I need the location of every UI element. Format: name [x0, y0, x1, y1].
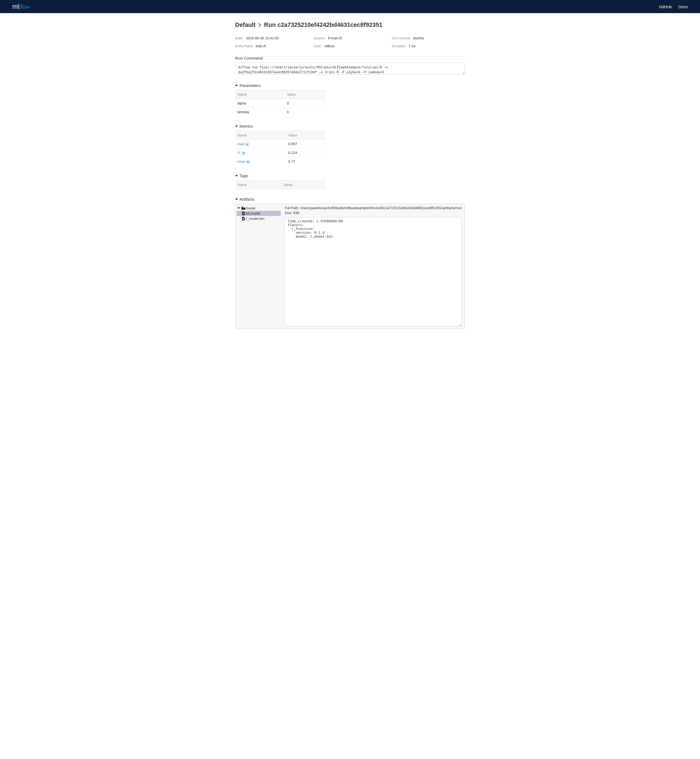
metric-link-rmse[interactable]: rmse — [238, 159, 250, 164]
metric-name: r2 — [238, 151, 241, 155]
breadcrumb: Default Run c2a7325210ef4242bd4631cec8f9… — [235, 21, 465, 28]
meta-user: User: mlflow — [314, 44, 387, 48]
param-value: 0 — [284, 99, 325, 108]
artifact-tree: model MLmodel r_model.bin — [236, 204, 282, 329]
meta-label: Git Commit: — [392, 36, 411, 40]
meta-value: 93B — [293, 211, 299, 215]
param-value: 0 — [284, 108, 325, 117]
artifact-main: Full Path: /Users/javierluraschi/RStudio… — [282, 204, 464, 329]
run-command-title: Run Command — [235, 56, 465, 61]
meta-value: /Users/javierluraschi/RStudio/mlflow/exa… — [300, 206, 462, 210]
chevron-right-icon — [258, 23, 261, 27]
meta-git-commit: Git Commit: da3f0a — [392, 36, 465, 40]
table-row: alpha 0 — [235, 99, 325, 108]
tree-file-mlmodel[interactable]: MLmodel — [236, 211, 281, 216]
meta-value: train.R — [256, 44, 266, 48]
meta-date: Date: 2018-08-30 15:41:50 — [235, 36, 308, 40]
meta-label: Source: — [314, 36, 326, 40]
main-container: Default Run c2a7325210ef4242bd4631cec8f9… — [235, 13, 465, 340]
table-row: mae 0.597 — [235, 140, 325, 148]
meta-label: Full Path: — [284, 206, 299, 210]
tree-folder-model[interactable]: model — [236, 206, 281, 211]
metric-link-mae[interactable]: mae — [238, 142, 249, 146]
file-icon — [241, 212, 245, 216]
breadcrumb-root[interactable]: Default — [235, 21, 256, 28]
file-icon — [241, 217, 245, 221]
metric-value: 0.77 — [286, 157, 325, 166]
tree-file-label: MLmodel — [246, 211, 260, 216]
meta-value: da3f0a — [413, 36, 424, 40]
metric-link-r2[interactable]: r2 — [238, 151, 245, 155]
meta-entry-point: Entry Point: train.R — [235, 44, 308, 48]
chart-icon — [247, 160, 250, 163]
artifacts-panel: model MLmodel r_model.bin Full Path: /Us… — [235, 204, 465, 329]
caret-down-icon — [235, 198, 238, 200]
chart-icon — [242, 151, 245, 155]
folder-icon — [241, 206, 245, 210]
metric-name: mae — [238, 142, 244, 146]
metric-name: rmse — [238, 159, 245, 164]
caret-down-icon — [235, 175, 238, 176]
metric-value: 0.597 — [286, 140, 325, 148]
caret-down-icon — [235, 85, 238, 86]
app-header: mlflow GitHub Docs — [0, 0, 700, 13]
col-name: Name — [235, 131, 286, 140]
artifact-size: Size: 93B — [284, 211, 462, 215]
meta-label: User: — [314, 44, 322, 48]
metrics-table: Name Value mae 0.597 — [235, 131, 325, 166]
artifacts-section-toggle[interactable]: Artifacts — [235, 197, 465, 201]
parameters-table: Name Value alpha 0 lambda 0 — [235, 90, 325, 116]
col-name: Name — [235, 180, 281, 189]
meta-label: Size: — [284, 211, 292, 215]
tree-file-label: r_model.bin — [246, 217, 264, 221]
logo-flow: flow — [19, 3, 30, 10]
param-name: alpha — [235, 99, 284, 108]
breadcrumb-run-title: Run c2a7325210ef4242bd4631cec8f92351 — [264, 21, 383, 28]
metric-value: 0.224 — [286, 148, 325, 157]
tree-file-rmodel[interactable]: r_model.bin — [236, 216, 281, 221]
run-meta-grid: Date: 2018-08-30 15:41:50 Source: R:trai… — [235, 36, 465, 48]
tags-table: Name Value — [235, 180, 325, 189]
metrics-section-toggle[interactable]: Metrics — [235, 124, 465, 128]
nav-docs[interactable]: Docs — [678, 5, 688, 9]
caret-down-icon — [235, 125, 238, 127]
meta-label: Entry Point: — [235, 44, 253, 48]
section-label: Metrics — [239, 124, 253, 128]
section-label: Artifacts — [239, 197, 254, 201]
artifact-content-viewer[interactable]: time_created: 1.5356689e+09 flavors: r_f… — [284, 217, 462, 326]
logo[interactable]: mlflow — [12, 3, 30, 10]
meta-value: R:train.R — [328, 36, 342, 40]
meta-value: 2018-08-30 15:41:50 — [246, 36, 279, 40]
meta-duration: Duration: 7.3s — [392, 44, 465, 48]
artifact-full-path: Full Path: /Users/javierluraschi/RStudio… — [284, 206, 462, 210]
header-nav: GitHub Docs — [659, 5, 688, 9]
col-value: Value — [286, 131, 325, 140]
meta-source: Source: R:train.R — [314, 36, 387, 40]
col-name: Name — [235, 90, 284, 99]
meta-label: Date: — [235, 36, 244, 40]
section-label: Parameters — [239, 83, 261, 88]
logo-ml: ml — [12, 3, 19, 10]
section-label: Tags — [239, 173, 248, 178]
caret-down-icon — [237, 207, 241, 209]
nav-github[interactable]: GitHub — [659, 5, 672, 9]
table-row: lambda 0 — [235, 108, 325, 117]
meta-value: mlflow — [324, 44, 334, 48]
tags-section-toggle[interactable]: Tags — [235, 173, 465, 178]
meta-value: 7.3s — [408, 44, 416, 48]
table-row: rmse 0.77 — [235, 157, 325, 166]
tree-folder-label: model — [246, 206, 255, 210]
meta-label: Duration: — [392, 44, 406, 48]
chart-icon — [246, 142, 249, 146]
param-name: lambda — [235, 108, 284, 117]
col-value: Value — [284, 90, 325, 99]
parameters-section-toggle[interactable]: Parameters — [235, 83, 465, 88]
table-row: r2 0.224 — [235, 148, 325, 157]
run-command-box[interactable] — [235, 62, 465, 75]
col-value: Value — [281, 180, 325, 189]
